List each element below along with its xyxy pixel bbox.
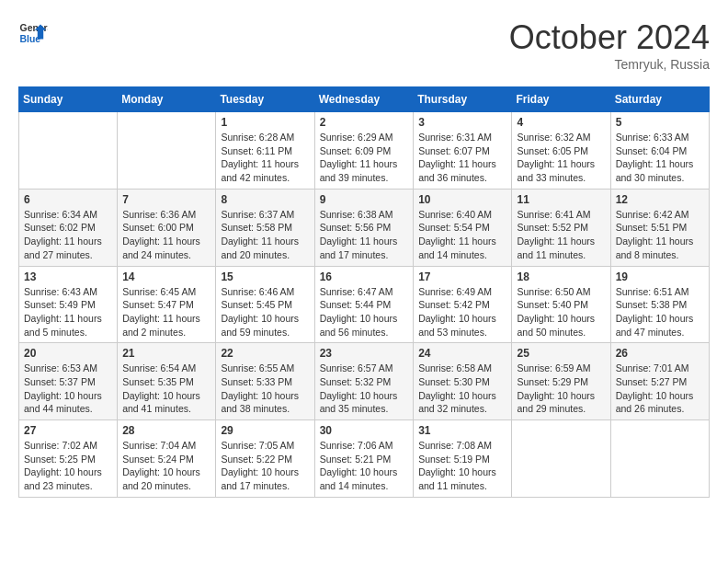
cell-content: Sunrise: 6:57 AM Sunset: 5:32 PM Dayligh…: [320, 362, 409, 416]
day-number: 14: [122, 270, 210, 283]
day-number: 25: [517, 347, 605, 360]
calendar-cell: [118, 112, 216, 190]
calendar-cell: 21Sunrise: 6:54 AM Sunset: 5:35 PM Dayli…: [118, 343, 216, 420]
cell-content: Sunrise: 6:33 AM Sunset: 6:04 PM Dayligh…: [616, 131, 704, 185]
cell-content: Sunrise: 6:50 AM Sunset: 5:40 PM Dayligh…: [517, 285, 605, 339]
calendar-cell: 13Sunrise: 6:43 AM Sunset: 5:49 PM Dayli…: [19, 266, 118, 343]
day-number: 18: [517, 270, 605, 283]
calendar-cell: [512, 420, 610, 498]
cell-content: Sunrise: 6:54 AM Sunset: 5:35 PM Dayligh…: [122, 362, 210, 416]
day-number: 17: [418, 270, 506, 283]
day-number: 4: [517, 116, 605, 129]
cell-content: Sunrise: 6:51 AM Sunset: 5:38 PM Dayligh…: [616, 285, 704, 339]
day-number: 5: [616, 116, 704, 129]
cell-content: Sunrise: 7:02 AM Sunset: 5:25 PM Dayligh…: [24, 439, 112, 493]
calendar-cell: 18Sunrise: 6:50 AM Sunset: 5:40 PM Dayli…: [512, 266, 610, 343]
calendar-cell: 11Sunrise: 6:41 AM Sunset: 5:52 PM Dayli…: [512, 189, 610, 266]
cell-content: Sunrise: 6:46 AM Sunset: 5:45 PM Dayligh…: [221, 285, 309, 339]
calendar-cell: 1Sunrise: 6:28 AM Sunset: 6:11 PM Daylig…: [216, 112, 314, 190]
weekday-header: Wednesday: [314, 87, 414, 112]
cell-content: Sunrise: 6:28 AM Sunset: 6:11 PM Dayligh…: [221, 131, 309, 185]
calendar-week-row: 13Sunrise: 6:43 AM Sunset: 5:49 PM Dayli…: [19, 266, 710, 343]
calendar-week-row: 6Sunrise: 6:34 AM Sunset: 6:02 PM Daylig…: [19, 189, 710, 266]
cell-content: Sunrise: 6:53 AM Sunset: 5:37 PM Dayligh…: [24, 362, 112, 416]
calendar-cell: 22Sunrise: 6:55 AM Sunset: 5:33 PM Dayli…: [216, 343, 314, 420]
page-header: General Blue October 2024 Temryuk, Russi…: [18, 18, 710, 72]
calendar-cell: 23Sunrise: 6:57 AM Sunset: 5:32 PM Dayli…: [314, 343, 414, 420]
calendar-cell: 5Sunrise: 6:33 AM Sunset: 6:04 PM Daylig…: [610, 112, 709, 190]
cell-content: Sunrise: 6:49 AM Sunset: 5:42 PM Dayligh…: [418, 285, 506, 339]
day-number: 9: [320, 193, 409, 206]
weekday-header: Tuesday: [216, 87, 314, 112]
cell-content: Sunrise: 7:08 AM Sunset: 5:19 PM Dayligh…: [418, 439, 506, 493]
calendar-cell: 7Sunrise: 6:36 AM Sunset: 6:00 PM Daylig…: [118, 189, 216, 266]
cell-content: Sunrise: 6:55 AM Sunset: 5:33 PM Dayligh…: [221, 362, 309, 416]
cell-content: Sunrise: 7:05 AM Sunset: 5:22 PM Dayligh…: [221, 439, 309, 493]
calendar-cell: 4Sunrise: 6:32 AM Sunset: 6:05 PM Daylig…: [512, 112, 610, 190]
calendar-cell: 20Sunrise: 6:53 AM Sunset: 5:37 PM Dayli…: [19, 343, 118, 420]
weekday-header: Friday: [512, 87, 610, 112]
cell-content: Sunrise: 6:32 AM Sunset: 6:05 PM Dayligh…: [517, 131, 605, 185]
calendar-cell: 17Sunrise: 6:49 AM Sunset: 5:42 PM Dayli…: [414, 266, 512, 343]
calendar-cell: 15Sunrise: 6:46 AM Sunset: 5:45 PM Dayli…: [216, 266, 314, 343]
day-number: 7: [122, 193, 210, 206]
day-number: 31: [418, 424, 506, 437]
cell-content: Sunrise: 7:04 AM Sunset: 5:24 PM Dayligh…: [122, 439, 210, 493]
cell-content: Sunrise: 7:06 AM Sunset: 5:21 PM Dayligh…: [320, 439, 409, 493]
weekday-header: Thursday: [414, 87, 512, 112]
calendar-cell: 29Sunrise: 7:05 AM Sunset: 5:22 PM Dayli…: [216, 420, 314, 498]
day-number: 23: [320, 347, 409, 360]
day-number: 12: [616, 193, 704, 206]
weekday-header-row: SundayMondayTuesdayWednesdayThursdayFrid…: [19, 87, 710, 112]
weekday-header: Saturday: [610, 87, 709, 112]
calendar-cell: 27Sunrise: 7:02 AM Sunset: 5:25 PM Dayli…: [19, 420, 118, 498]
day-number: 28: [122, 424, 210, 437]
calendar-cell: 24Sunrise: 6:58 AM Sunset: 5:30 PM Dayli…: [414, 343, 512, 420]
day-number: 11: [517, 193, 605, 206]
cell-content: Sunrise: 6:42 AM Sunset: 5:51 PM Dayligh…: [616, 208, 704, 262]
day-number: 30: [320, 424, 409, 437]
cell-content: Sunrise: 6:37 AM Sunset: 5:58 PM Dayligh…: [221, 208, 309, 262]
calendar-cell: 6Sunrise: 6:34 AM Sunset: 6:02 PM Daylig…: [19, 189, 118, 266]
calendar-cell: 2Sunrise: 6:29 AM Sunset: 6:09 PM Daylig…: [314, 112, 414, 190]
cell-content: Sunrise: 7:01 AM Sunset: 5:27 PM Dayligh…: [616, 362, 704, 416]
cell-content: Sunrise: 6:40 AM Sunset: 5:54 PM Dayligh…: [418, 208, 506, 262]
day-number: 21: [122, 347, 210, 360]
weekday-header: Sunday: [19, 87, 118, 112]
cell-content: Sunrise: 6:41 AM Sunset: 5:52 PM Dayligh…: [517, 208, 605, 262]
cell-content: Sunrise: 6:31 AM Sunset: 6:07 PM Dayligh…: [418, 131, 506, 185]
weekday-header: Monday: [118, 87, 216, 112]
cell-content: Sunrise: 6:58 AM Sunset: 5:30 PM Dayligh…: [418, 362, 506, 416]
cell-content: Sunrise: 6:47 AM Sunset: 5:44 PM Dayligh…: [320, 285, 409, 339]
location: Temryuk, Russia: [509, 57, 710, 72]
calendar-cell: 3Sunrise: 6:31 AM Sunset: 6:07 PM Daylig…: [414, 112, 512, 190]
cell-content: Sunrise: 6:34 AM Sunset: 6:02 PM Dayligh…: [24, 208, 112, 262]
calendar-week-row: 27Sunrise: 7:02 AM Sunset: 5:25 PM Dayli…: [19, 420, 710, 498]
logo-icon: General Blue: [18, 18, 48, 48]
cell-content: Sunrise: 6:43 AM Sunset: 5:49 PM Dayligh…: [24, 285, 112, 339]
day-number: 15: [221, 270, 309, 283]
calendar-week-row: 20Sunrise: 6:53 AM Sunset: 5:37 PM Dayli…: [19, 343, 710, 420]
calendar-cell: 30Sunrise: 7:06 AM Sunset: 5:21 PM Dayli…: [314, 420, 414, 498]
logo: General Blue: [18, 18, 48, 48]
cell-content: Sunrise: 6:29 AM Sunset: 6:09 PM Dayligh…: [320, 131, 409, 185]
calendar-cell: 16Sunrise: 6:47 AM Sunset: 5:44 PM Dayli…: [314, 266, 414, 343]
day-number: 10: [418, 193, 506, 206]
day-number: 2: [320, 116, 409, 129]
calendar-cell: 25Sunrise: 6:59 AM Sunset: 5:29 PM Dayli…: [512, 343, 610, 420]
calendar-cell: 19Sunrise: 6:51 AM Sunset: 5:38 PM Dayli…: [610, 266, 709, 343]
day-number: 22: [221, 347, 309, 360]
day-number: 13: [24, 270, 112, 283]
cell-content: Sunrise: 6:45 AM Sunset: 5:47 PM Dayligh…: [122, 285, 210, 339]
calendar-cell: 9Sunrise: 6:38 AM Sunset: 5:56 PM Daylig…: [314, 189, 414, 266]
month-title: October 2024: [509, 18, 710, 57]
calendar-cell: 28Sunrise: 7:04 AM Sunset: 5:24 PM Dayli…: [118, 420, 216, 498]
day-number: 20: [24, 347, 112, 360]
day-number: 27: [24, 424, 112, 437]
day-number: 29: [221, 424, 309, 437]
calendar-cell: 31Sunrise: 7:08 AM Sunset: 5:19 PM Dayli…: [414, 420, 512, 498]
calendar-cell: 10Sunrise: 6:40 AM Sunset: 5:54 PM Dayli…: [414, 189, 512, 266]
calendar-cell: 14Sunrise: 6:45 AM Sunset: 5:47 PM Dayli…: [118, 266, 216, 343]
calendar-cell: 8Sunrise: 6:37 AM Sunset: 5:58 PM Daylig…: [216, 189, 314, 266]
day-number: 16: [320, 270, 409, 283]
